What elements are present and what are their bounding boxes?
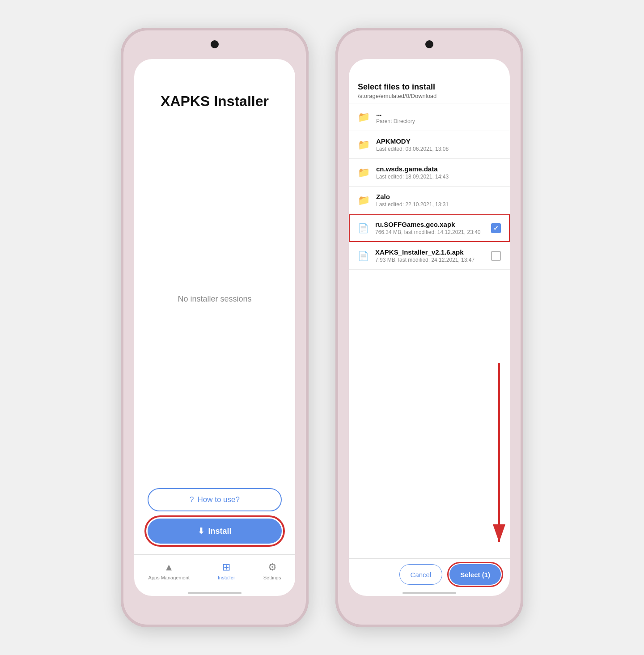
- file-info-zalo: Zalo Last edited: 22.10.2021, 13:31: [376, 193, 501, 208]
- file-header: Select files to install /storage/emulate…: [349, 75, 510, 103]
- right-vol-up: [335, 117, 336, 144]
- file-info-wsds: cn.wsds.game.data Last edited: 18.09.202…: [376, 165, 501, 180]
- file-meta-xapk: 766.34 MB, last modified: 14.12.2021, 23…: [375, 229, 485, 235]
- power-button: [308, 135, 309, 175]
- install-button[interactable]: ⬇ Install: [148, 519, 282, 544]
- file-meta-parent: Parent Directory: [376, 118, 501, 124]
- file-meta-wsds: Last edited: 18.09.2021, 14:43: [376, 174, 501, 180]
- file-list: 📁 ... Parent Directory 📁 APKMODY Last ed…: [349, 103, 510, 558]
- folder-icon-apkmody: 📁: [358, 139, 370, 151]
- right-bottom-bar: Cancel Select (1): [349, 558, 510, 590]
- file-name-zalo: Zalo: [376, 193, 501, 200]
- right-front-camera: [425, 40, 433, 48]
- checkbox-xapk[interactable]: [491, 223, 501, 233]
- file-icon-installer: 📄: [358, 251, 369, 261]
- right-power: [522, 135, 523, 175]
- file-info-installer: XAPKS_Installer_v2.1.6.apk 7.93 MB, last…: [375, 248, 485, 263]
- nav-installer-label: Installer: [218, 575, 235, 580]
- file-name-wsds: cn.wsds.game.data: [376, 165, 501, 173]
- file-name-apkmody: APKMODY: [376, 137, 501, 145]
- home-indicator-left: [188, 592, 242, 594]
- status-bar-left: [134, 59, 295, 75]
- checkbox-installer[interactable]: [491, 251, 501, 261]
- file-name-parent: ...: [376, 110, 501, 117]
- nav-installer[interactable]: ⊞ Installer: [218, 561, 235, 580]
- folder-icon-zalo: 📁: [358, 195, 370, 206]
- file-item-apkmody[interactable]: 📁 APKMODY Last edited: 03.06.2021, 13:08: [349, 131, 510, 159]
- status-bar-right: [349, 59, 510, 75]
- vol-up-button: [121, 117, 122, 144]
- file-item-parent[interactable]: 📁 ... Parent Directory: [349, 103, 510, 131]
- left-screen-content: XAPKS Installer No installer sessions ? …: [134, 75, 295, 554]
- file-name-xapk: ru.SOFFGames.gco.xapk: [375, 221, 485, 228]
- file-name-installer: XAPKS_Installer_v2.1.6.apk: [375, 248, 485, 256]
- apps-management-icon: ▲: [164, 561, 174, 573]
- file-info-parent: ... Parent Directory: [376, 110, 501, 124]
- select-button[interactable]: Select (1): [449, 564, 501, 585]
- left-phone: XAPKS Installer No installer sessions ? …: [121, 28, 309, 627]
- no-sessions-text: No installer sessions: [178, 110, 251, 488]
- vol-down-button: [121, 153, 122, 189]
- folder-icon-wsds: 📁: [358, 167, 370, 179]
- home-indicator-right: [402, 592, 456, 594]
- file-header-path: /storage/emulated/0/Download: [358, 93, 501, 99]
- app-title: XAPKS Installer: [161, 93, 269, 110]
- right-vol-down: [335, 153, 336, 189]
- file-info-xapk: ru.SOFFGames.gco.xapk 766.34 MB, last mo…: [375, 221, 485, 235]
- left-screen: XAPKS Installer No installer sessions ? …: [134, 59, 295, 596]
- right-screen: Select files to install /storage/emulate…: [349, 59, 510, 596]
- file-meta-apkmody: Last edited: 03.06.2021, 13:08: [376, 146, 501, 152]
- settings-icon: ⚙: [268, 561, 277, 573]
- file-item-zalo[interactable]: 📁 Zalo Last edited: 22.10.2021, 13:31: [349, 187, 510, 214]
- file-meta-installer: 7.93 MB, last modified: 24.12.2021, 13:4…: [375, 257, 485, 263]
- file-info-apkmody: APKMODY Last edited: 03.06.2021, 13:08: [376, 137, 501, 152]
- folder-icon-parent: 📁: [358, 111, 370, 123]
- nav-settings-label: Settings: [263, 575, 281, 580]
- file-item-installer-apk[interactable]: 📄 XAPKS_Installer_v2.1.6.apk 7.93 MB, la…: [349, 242, 510, 270]
- cancel-button[interactable]: Cancel: [399, 564, 443, 585]
- how-to-use-button[interactable]: ? How to use?: [148, 488, 282, 511]
- how-to-use-label: How to use?: [197, 495, 240, 504]
- install-label: Install: [208, 527, 231, 536]
- question-icon: ?: [190, 495, 194, 504]
- right-screen-content: Select files to install /storage/emulate…: [349, 75, 510, 590]
- nav-apps-management[interactable]: ▲ Apps Management: [148, 561, 190, 580]
- nav-apps-label: Apps Management: [148, 575, 190, 580]
- file-icon-xapk: 📄: [358, 223, 369, 234]
- file-meta-zalo: Last edited: 22.10.2021, 13:31: [376, 201, 501, 208]
- nav-settings[interactable]: ⚙ Settings: [263, 561, 281, 580]
- file-item-xapk[interactable]: 📄 ru.SOFFGames.gco.xapk 766.34 MB, last …: [349, 214, 510, 242]
- download-icon: ⬇: [198, 526, 204, 536]
- bottom-nav-left: ▲ Apps Management ⊞ Installer ⚙ Settings: [134, 554, 295, 590]
- installer-icon: ⊞: [222, 561, 230, 573]
- right-phone: Select files to install /storage/emulate…: [335, 28, 523, 627]
- file-item-wsds[interactable]: 📁 cn.wsds.game.data Last edited: 18.09.2…: [349, 159, 510, 187]
- file-header-title: Select files to install: [358, 82, 501, 92]
- front-camera: [211, 40, 219, 48]
